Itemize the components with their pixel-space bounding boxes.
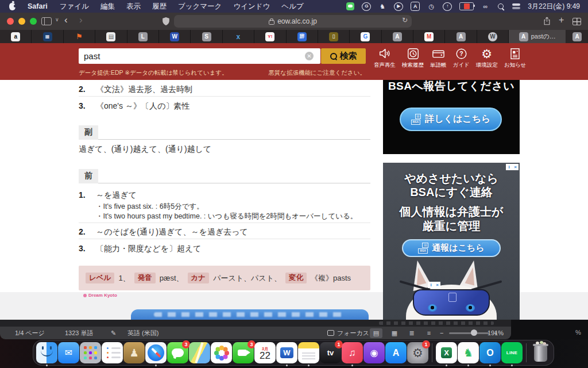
- reload-button[interactable]: ↻: [402, 16, 408, 24]
- pinned-tab[interactable]: S: [191, 30, 222, 43]
- dock-podcasts[interactable]: ◉: [363, 342, 385, 363]
- dock-finder[interactable]: [36, 342, 57, 363]
- pinned-tab[interactable]: G: [350, 30, 381, 43]
- dock-safari[interactable]: [145, 342, 167, 363]
- dock-reminders[interactable]: [102, 342, 123, 363]
- dock-system-settings[interactable]: ⚙1: [407, 342, 428, 363]
- word-count[interactable]: 1323 単語: [65, 327, 94, 339]
- play-circle-status-icon[interactable]: ▶: [394, 2, 403, 11]
- print-layout-view-button[interactable]: ▤: [370, 328, 382, 338]
- zoom-slider-knob[interactable]: [471, 329, 477, 336]
- focus-mode-toggle[interactable]: フォーカス: [327, 327, 369, 339]
- ad-cta-button[interactable]: ▤ BSA 詳しくはこちら: [400, 108, 502, 131]
- ad-close-icon[interactable]: ×: [512, 164, 519, 170]
- zoom-out-button[interactable]: −: [440, 327, 443, 339]
- new-tab-button[interactable]: +: [559, 15, 564, 25]
- input-source-icon[interactable]: A: [411, 2, 420, 11]
- news-button[interactable]: お知らせ: [504, 47, 527, 69]
- promo-capsule[interactable]: [131, 309, 369, 320]
- ad-banner-top[interactable]: BSAへ報告してください ▤ BSA 詳しくはこちら: [383, 80, 520, 154]
- apple-menu-icon[interactable]: [9, 3, 16, 10]
- pinned-tab[interactable]: A: [445, 30, 477, 43]
- pinned-tab[interactable]: ⚑: [64, 30, 95, 43]
- pinned-tab[interactable]: ▦: [32, 30, 63, 43]
- pinned-tab[interactable]: M: [413, 30, 445, 43]
- sidebar-chevron-icon[interactable]: ∨: [55, 17, 59, 22]
- time-machine-icon[interactable]: ◷: [427, 2, 435, 11]
- menu-history[interactable]: 履歴: [146, 0, 172, 13]
- dock-evernote[interactable]: ♞: [458, 342, 479, 363]
- dock-word[interactable]: W: [276, 342, 297, 363]
- page-count[interactable]: 1/4 ページ: [15, 327, 45, 339]
- menu-edit[interactable]: 編集: [95, 0, 121, 13]
- forward-button[interactable]: ›: [79, 14, 83, 26]
- pinned-tab[interactable]: W: [159, 30, 191, 43]
- pinned-tab[interactable]: ▤: [95, 30, 127, 43]
- dock-mail[interactable]: ✉: [58, 342, 79, 363]
- pinned-tab[interactable]: ▯: [318, 30, 350, 43]
- grammarly-status-icon[interactable]: G: [362, 2, 371, 11]
- dock-app-store[interactable]: A: [385, 342, 407, 363]
- control-center-icon[interactable]: [512, 3, 520, 9]
- guide-button[interactable]: ? ガイド: [453, 47, 470, 69]
- search-input[interactable]: [79, 48, 320, 64]
- menu-bookmarks[interactable]: ブックマーク: [172, 0, 227, 13]
- sidebar-toggle-icon[interactable]: [41, 17, 52, 25]
- dock-contacts[interactable]: ♟: [123, 342, 145, 363]
- dock-photos[interactable]: [211, 342, 232, 363]
- dock-line[interactable]: LINE: [501, 342, 523, 363]
- dock-apple-tv[interactable]: tv1: [320, 342, 341, 363]
- settings-button[interactable]: ⚙ 環境設定: [476, 47, 498, 69]
- comment-author[interactable]: Dream Kyoto: [83, 293, 117, 298]
- wordbook-button[interactable]: 単語帳: [430, 47, 447, 69]
- tab-overview-icon[interactable]: [572, 18, 581, 25]
- search-button[interactable]: 検索: [321, 48, 366, 64]
- ad-report-button[interactable]: ▤ BSA 通報はこちら: [402, 239, 501, 257]
- search-history-button[interactable]: 検索履歴: [402, 47, 424, 69]
- spotlight-icon[interactable]: [498, 3, 504, 9]
- pinned-tab[interactable]: Y!: [254, 30, 286, 43]
- menu-view[interactable]: 表示: [121, 0, 146, 13]
- pinned-tab[interactable]: A: [382, 30, 413, 43]
- menu-help[interactable]: ヘルプ: [276, 0, 309, 13]
- pinned-tab[interactable]: a: [0, 30, 32, 43]
- ad-banner-bottom[interactable]: i × やめさせたいなら BSAにすぐ連絡 個人情報は弁護士が 厳重に管理 ▤ …: [383, 163, 520, 320]
- share-icon[interactable]: [543, 16, 551, 26]
- zoom-slider[interactable]: [449, 332, 489, 334]
- dock-music[interactable]: ♫: [342, 342, 363, 363]
- menu-clock[interactable]: 3月22日(金) 9:49: [528, 2, 580, 12]
- dock-excel[interactable]: X: [436, 342, 457, 363]
- dock-launchpad[interactable]: [80, 342, 101, 363]
- tab-active[interactable]: A pastの…: [509, 30, 566, 43]
- web-layout-view-button[interactable]: ▦: [388, 329, 401, 337]
- adchoices-info-icon[interactable]: i: [506, 164, 512, 170]
- pinned-tab[interactable]: W: [477, 30, 509, 43]
- menu-file[interactable]: ファイル: [54, 0, 95, 13]
- privacy-shield-icon[interactable]: [162, 17, 170, 26]
- zoom-level[interactable]: 191%: [488, 327, 504, 339]
- dock-maps[interactable]: [189, 342, 210, 363]
- clear-search-icon[interactable]: ✕: [305, 52, 314, 60]
- pinned-tab[interactable]: x: [223, 30, 254, 43]
- adchoices-info-icon[interactable]: i: [428, 282, 434, 288]
- close-window-button[interactable]: [7, 18, 14, 25]
- menu-app-name[interactable]: Safari: [21, 0, 54, 13]
- minimize-window-button[interactable]: [18, 18, 25, 25]
- pinned-tab[interactable]: 辞: [287, 30, 318, 43]
- menu-window[interactable]: ウインドウ: [227, 0, 276, 13]
- shortcuts-status-icon[interactable]: ↑: [443, 2, 452, 11]
- outline-view-button[interactable]: ≣: [405, 329, 418, 337]
- battery-icon[interactable]: [459, 2, 474, 10]
- line-status-icon[interactable]: [346, 2, 354, 10]
- back-button[interactable]: ‹: [64, 14, 68, 26]
- dock-facetime[interactable]: 3: [233, 342, 254, 363]
- dock-trash[interactable]: [530, 342, 551, 363]
- pinned-tab[interactable]: L: [127, 30, 159, 43]
- link-status-icon[interactable]: ∞: [481, 2, 489, 11]
- language-indicator[interactable]: 英語 (米国): [127, 327, 158, 339]
- address-bar[interactable]: eow.alc.co.jp: [174, 15, 412, 28]
- zoom-window-button[interactable]: [30, 18, 37, 25]
- ad-close-icon[interactable]: ×: [434, 282, 440, 288]
- dock-messages[interactable]: 3: [167, 342, 188, 363]
- draft-view-button[interactable]: ≡: [423, 329, 435, 336]
